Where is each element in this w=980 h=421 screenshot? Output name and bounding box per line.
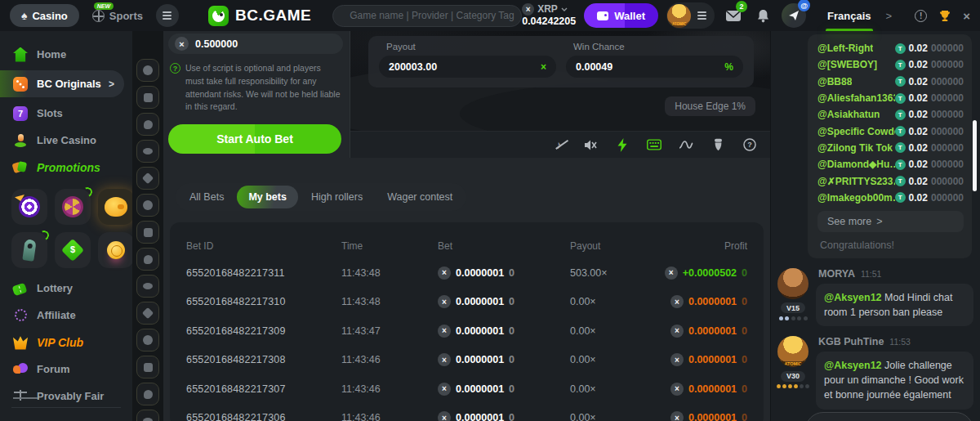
winner-name[interactable]: @[SWEBOY] xyxy=(817,59,877,70)
winner-row[interactable]: @BB88 T 0.02000000 xyxy=(817,74,964,90)
winner-name[interactable]: @BB88 xyxy=(817,76,852,87)
sidebar-item-lottery[interactable]: Lottery xyxy=(0,275,132,302)
nav-menu-button[interactable] xyxy=(156,4,179,27)
winner-row[interactable]: @✗PRITTYS233✗ T 0.02000000 xyxy=(817,172,964,189)
avatar[interactable]: ATOMIC xyxy=(777,336,808,367)
sidebar-item-slots[interactable]: 7 Slots xyxy=(0,100,132,127)
winner-name[interactable]: @Left-Right xyxy=(817,43,873,54)
winner-row[interactable]: @Diamond◆Hu… T 0.02000000 xyxy=(817,156,964,172)
col-bet: Bet xyxy=(438,240,570,252)
sidebar-item-bc-originals[interactable]: BC Originals > xyxy=(0,70,124,97)
tab-all-bets[interactable]: All Bets xyxy=(178,186,235,208)
bomb-game-icon[interactable] xyxy=(136,140,159,163)
winner-row[interactable]: @Specific Cowden T 0.02000000 xyxy=(817,123,964,139)
winner-name[interactable]: @Asiakhatun xyxy=(817,109,880,120)
chat-close-button[interactable]: × xyxy=(963,9,970,23)
blade-game-icon[interactable] xyxy=(136,383,159,405)
ring-game-icon[interactable] xyxy=(136,356,159,378)
currency-selector[interactable]: × XRP 0.04242205 xyxy=(522,3,576,27)
inbox-button[interactable]: 2 xyxy=(723,5,744,26)
hotkeys-button[interactable] xyxy=(647,137,662,152)
win-chance-input[interactable]: 0.00049 % xyxy=(566,56,743,78)
music-off-button[interactable]: ♪ xyxy=(551,137,566,152)
stats-button[interactable] xyxy=(679,137,693,152)
ball-game-icon[interactable] xyxy=(136,86,159,109)
sidebar-item-home[interactable]: Home xyxy=(0,41,132,68)
tether-icon: T xyxy=(895,110,906,120)
eggs-game-icon[interactable] xyxy=(136,221,159,244)
message-username[interactable]: MORYA xyxy=(818,268,855,280)
sports-toggle[interactable]: NEW Sports xyxy=(87,10,148,22)
winner-name[interactable]: @Diamond◆Hu… xyxy=(817,159,895,170)
winner-row[interactable]: @Left-Right T 0.02000000 xyxy=(817,40,964,56)
table-row[interactable]: 65520168482217309 11:43:47 ×0.00000010 0… xyxy=(186,316,747,346)
promo-tile-coins[interactable] xyxy=(98,232,132,268)
winner-row[interactable]: @Zilong Tik Tok T 0.02000000 xyxy=(817,140,964,156)
sound-off-button[interactable] xyxy=(583,137,598,152)
table-row[interactable]: 65520168482217310 11:43:48 ×0.00000010 0… xyxy=(186,288,747,317)
see-more-button[interactable]: See more > xyxy=(817,211,964,232)
promo-tile-wheel[interactable] xyxy=(55,189,91,225)
promo-tile-target[interactable] xyxy=(11,189,47,225)
promo-tile-piggy[interactable] xyxy=(98,189,132,225)
crash-game-icon[interactable] xyxy=(136,59,159,82)
bet-amount-input[interactable]: × 0.500000 xyxy=(168,34,343,54)
winner-row[interactable]: @Asiakhatun T 0.02000000 xyxy=(817,106,964,123)
seed-button[interactable] xyxy=(710,137,725,152)
winner-name[interactable]: @Specific Cowden xyxy=(817,126,895,137)
chevron-right-icon[interactable]: > xyxy=(886,10,893,22)
roulette-game-icon[interactable] xyxy=(136,194,159,217)
table-row[interactable]: 65520168482217311 11:43:48 ×0.00000010 5… xyxy=(186,258,747,288)
message-username[interactable]: KGB PuhTine xyxy=(818,336,884,347)
winner-row[interactable]: @[SWEBOY] T 0.02000000 xyxy=(817,56,964,73)
chat-language-tab[interactable]: Français xyxy=(827,10,871,22)
chat-contest-button[interactable] xyxy=(938,10,951,22)
tab-my-bets[interactable]: My bets xyxy=(237,186,298,208)
chips-game-icon[interactable] xyxy=(136,410,159,421)
bcgame-logo[interactable]: BC.GAME xyxy=(208,6,311,26)
casino-toggle[interactable]: ♠ Casino xyxy=(10,4,79,27)
winner-name[interactable]: @Imakegob00m… xyxy=(817,192,895,204)
chat-toggle-button[interactable]: @ xyxy=(782,3,806,28)
sidebar-item-affiliate[interactable]: Affiliate xyxy=(0,302,132,329)
winner-name[interactable]: @Aliesfahan1363 xyxy=(817,92,895,104)
turbo-button[interactable] xyxy=(615,137,630,152)
payout-input[interactable]: 200003.00 × xyxy=(379,56,556,78)
start-auto-bet-button[interactable]: Start Auto Bet xyxy=(168,124,341,154)
promo-tile-tag[interactable] xyxy=(55,232,91,268)
chat-rules-button[interactable]: ! xyxy=(915,10,927,22)
sidebar-item-promotions[interactable]: Promotions xyxy=(0,154,132,181)
winner-name[interactable]: @Zilong Tik Tok xyxy=(817,142,893,154)
bet-time: 11:43:48 xyxy=(341,296,438,307)
game-search-input[interactable]: Game name | Provider | Category Tag xyxy=(332,5,522,27)
winner-row[interactable]: @Imakegob00m… T 0.02000000 xyxy=(817,190,964,206)
sidebar-item-provably-fair[interactable]: Provably Fair xyxy=(0,383,132,410)
winner-name[interactable]: @✗PRITTYS233✗ xyxy=(817,176,895,187)
profile-menu[interactable] xyxy=(666,2,715,29)
notifications-button[interactable] xyxy=(752,5,773,26)
table-row[interactable]: 65520168482217306 11:43:46 ×0.00000010 0… xyxy=(186,404,747,421)
winner-row[interactable]: @Aliesfahan1363 T 0.02000000 xyxy=(817,90,964,106)
live-stats-icon xyxy=(679,140,693,150)
coinflip-game-icon[interactable] xyxy=(136,248,159,271)
limbo-game-icon[interactable] xyxy=(136,302,159,325)
avatar[interactable] xyxy=(777,268,808,299)
promo-tile-rocket[interactable] xyxy=(11,232,47,268)
dice-game-icon[interactable] xyxy=(136,113,159,136)
wallet-button[interactable]: Wallet xyxy=(584,3,658,28)
table-row[interactable]: 65520168482217308 11:43:46 ×0.00000010 0… xyxy=(186,346,747,375)
sidebar-item-vip-club[interactable]: VIP Club xyxy=(0,329,132,356)
chat-scrollbar[interactable] xyxy=(973,120,977,191)
mine-game-icon[interactable] xyxy=(136,275,159,298)
keno-game-icon[interactable] xyxy=(136,329,159,352)
help-button[interactable]: ? xyxy=(742,137,757,152)
sidebar-item-forum[interactable]: Forum xyxy=(0,356,132,383)
table-row[interactable]: 65520168482217307 11:43:46 ×0.00000010 0… xyxy=(186,374,747,404)
chat-message-input[interactable] xyxy=(805,412,973,421)
mention-link[interactable]: @Aksyen12 xyxy=(824,360,882,371)
tab-wager-contest[interactable]: Wager contest xyxy=(376,186,464,208)
sidebar-item-live-casino[interactable]: Live Casino xyxy=(0,127,132,154)
plinko-game-icon[interactable] xyxy=(136,167,159,190)
mention-link[interactable]: @Aksyen12 xyxy=(824,292,882,303)
tab-high-rollers[interactable]: High rollers xyxy=(300,186,374,208)
